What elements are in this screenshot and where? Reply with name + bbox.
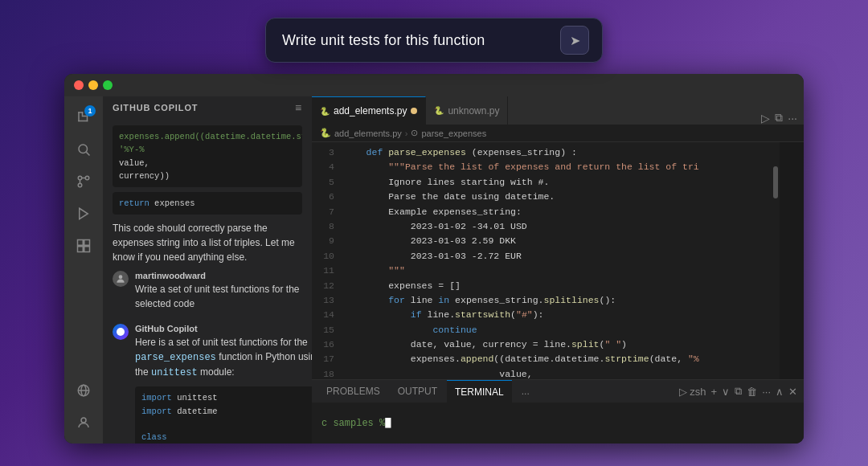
sidebar-item-remote[interactable]	[69, 376, 98, 405]
copilot-intro: Here is a set of unit test functions for…	[135, 335, 312, 380]
breadcrumb-func-name[interactable]: parse_expenses	[421, 129, 486, 138]
tab-name-1: add_elements.py	[334, 105, 407, 117]
split-icon[interactable]: ⧉	[775, 111, 783, 125]
terminal-split-vert-icon[interactable]: ⧉	[735, 385, 742, 398]
svg-rect-4	[82, 112, 84, 116]
title-bar	[64, 74, 804, 96]
run-icon[interactable]: ▷	[761, 112, 770, 125]
panel-actions: ▷ zsh + ∨ ⧉ 🗑 ··· ∧ ✕	[679, 385, 797, 398]
close-button[interactable]	[74, 80, 84, 90]
more-icon[interactable]: ···	[788, 112, 797, 125]
tab-modified-indicator	[411, 108, 417, 114]
tab-actions: ▷ ⧉ ···	[755, 111, 804, 125]
svg-point-21	[117, 328, 125, 336]
panel-tab-terminal[interactable]: TERMINAL	[447, 380, 512, 403]
svg-point-20	[119, 276, 123, 280]
code-line: for line in expenses_string.splitlines()…	[344, 293, 765, 308]
command-bar: Write unit tests for this function ➤	[265, 18, 603, 63]
minimap	[780, 142, 804, 379]
svg-rect-13	[84, 240, 90, 246]
code-line: Example expenses_string:	[344, 205, 765, 219]
breadcrumb-file: 🐍	[320, 128, 331, 138]
code-line: 2023-01-02 -34.01 USD	[344, 219, 765, 234]
sidebar-item-extensions[interactable]	[69, 231, 98, 260]
sidebar-item-explorer[interactable]	[69, 103, 98, 132]
python-icon: 🐍	[320, 107, 330, 116]
user-avatar	[113, 271, 129, 287]
breadcrumb-sep: ›	[405, 129, 408, 138]
code-line: """	[344, 264, 765, 278]
code-line: Ignore lines starting with #.	[344, 175, 765, 190]
terminal-content: c samples % █	[312, 403, 804, 444]
svg-point-8	[78, 183, 82, 187]
svg-point-9	[78, 176, 82, 180]
svg-point-6	[79, 145, 88, 153]
editor-scrollbar[interactable]	[772, 142, 780, 379]
code-line: 2023-01-03 2.59 DKK	[344, 234, 765, 248]
user-message-content: martinwoodward Write a set of unit test …	[135, 271, 302, 317]
minimize-button[interactable]	[88, 80, 98, 90]
panel-tab-output[interactable]: OUTPUT	[390, 380, 445, 403]
svg-rect-2	[78, 121, 88, 122]
sidebar-header: GITHUB COPILOT ≡	[103, 96, 312, 119]
user-author: martinwoodward	[135, 271, 302, 280]
bottom-panel: PROBLEMS OUTPUT TERMINAL ... ▷ zsh + ∨	[312, 379, 804, 444]
svg-line-7	[86, 152, 89, 155]
tab-add-elements[interactable]: 🐍 add_elements.py	[312, 96, 426, 125]
breadcrumb: 🐍 add_elements.py › ⊙ parse_expenses	[312, 125, 804, 142]
code-line: expenses = []	[344, 279, 765, 293]
code-line: expenses.append((datetime.datetime.strpt…	[344, 352, 765, 366]
tab-unknown[interactable]: 🐍 unknown.py	[426, 96, 508, 125]
traffic-lights	[74, 80, 113, 90]
svg-rect-15	[84, 247, 90, 252]
terminal-close-icon[interactable]: ✕	[788, 386, 797, 398]
main-area: GITHUB COPILOT ≡ expenses.append((dateti…	[64, 96, 804, 444]
svg-rect-14	[78, 247, 84, 252]
terminal-prompt: c samples %	[321, 418, 385, 429]
copilot-message-1: GitHub Copilot Here is a set of unit tes…	[113, 324, 302, 444]
python-icon-2: 🐍	[434, 106, 444, 115]
svg-point-10	[85, 176, 89, 180]
terminal-trash-icon[interactable]: 🗑	[747, 386, 757, 398]
svg-marker-11	[80, 208, 88, 219]
code-line: def parse_expenses (expenses_string) :	[344, 145, 765, 160]
tabs-bar: 🐍 add_elements.py 🐍 unknown.py ▷ ⧉ ···	[312, 96, 804, 125]
code-line: value,	[344, 367, 765, 379]
command-text: Write unit tests for this function	[282, 32, 485, 49]
svg-point-19	[81, 418, 86, 423]
code-block-prev: expenses.append((datetime.datetime.strpt…	[113, 125, 302, 187]
svg-rect-1	[78, 112, 80, 121]
svg-rect-5	[82, 116, 87, 117]
terminal-cursor: █	[385, 418, 391, 429]
editor-area: 🐍 add_elements.py 🐍 unknown.py ▷ ⧉ ··· 🐍…	[312, 96, 804, 444]
chat-messages: expenses.append((datetime.datetime.strpt…	[103, 119, 312, 444]
panel-tab-problems[interactable]: PROBLEMS	[318, 380, 388, 403]
terminal-add-icon[interactable]: +	[711, 386, 718, 398]
panel-tab-more[interactable]: ...	[514, 380, 538, 403]
copilot-code-block: import unittest import datetime class Te…	[135, 386, 312, 444]
terminal-shell-icon: ▷ zsh	[679, 386, 706, 398]
send-button[interactable]: ➤	[560, 26, 589, 55]
breadcrumb-file-name[interactable]: add_elements.py	[334, 129, 402, 138]
sidebar-item-search[interactable]	[69, 135, 98, 164]
panel-tabs: PROBLEMS OUTPUT TERMINAL ... ▷ zsh + ∨	[312, 380, 804, 403]
copilot-author: GitHub Copilot	[135, 324, 312, 333]
maximize-button[interactable]	[103, 80, 113, 90]
terminal-split-icon[interactable]: ∨	[722, 386, 730, 398]
user-message-1: martinwoodward Write a set of unit test …	[113, 271, 302, 317]
terminal-up-icon[interactable]: ∧	[776, 386, 784, 398]
svg-rect-3	[87, 112, 88, 121]
code-line: if line.startswith("#"):	[344, 308, 765, 322]
copilot-avatar	[113, 324, 129, 340]
terminal-more-icon[interactable]: ···	[762, 386, 771, 398]
sidebar-item-account[interactable]	[69, 408, 98, 437]
sidebar-item-source-control[interactable]	[69, 167, 98, 196]
scrollbar-thumb	[773, 166, 778, 198]
code-editor: 34567 89101112 1314151617 18192021 def p…	[312, 142, 804, 379]
code-line: date, value, currency = line.split(" ")	[344, 337, 765, 352]
code-block-return: return expenses	[113, 192, 302, 215]
copilot-message-content: GitHub Copilot Here is a set of unit tes…	[135, 324, 312, 444]
user-text-1: Write a set of unit test functions for t…	[135, 282, 302, 311]
sidebar-menu-icon[interactable]: ≡	[295, 101, 302, 114]
sidebar-item-run[interactable]	[69, 199, 98, 228]
